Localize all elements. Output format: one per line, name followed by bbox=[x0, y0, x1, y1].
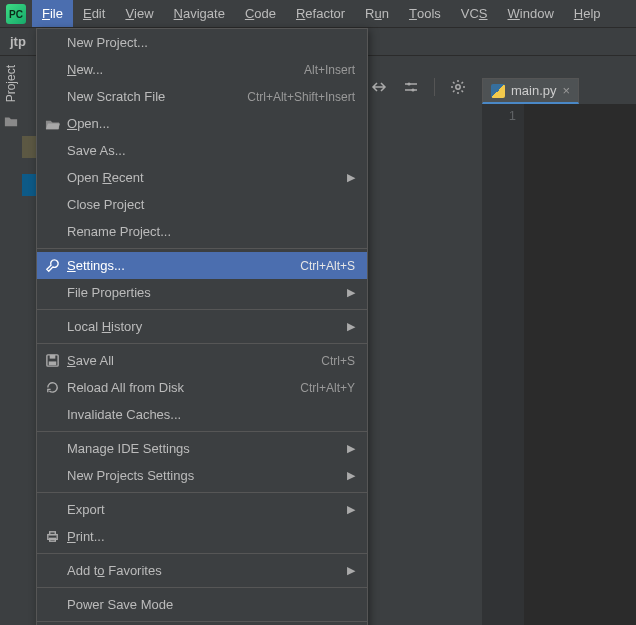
project-toolwindow-tab[interactable]: Project bbox=[2, 57, 20, 110]
editor-gutter: 1 bbox=[482, 104, 524, 625]
menu-item-new-project[interactable]: New Project... bbox=[37, 29, 367, 56]
menu-separator bbox=[37, 553, 367, 554]
menu-item-label: New Projects Settings bbox=[67, 468, 194, 483]
menu-item-label: Rename Project... bbox=[67, 224, 171, 239]
menu-item-save-as[interactable]: Save As... bbox=[37, 137, 367, 164]
settings-sliders-icon[interactable] bbox=[402, 78, 420, 96]
menu-view[interactable]: View bbox=[115, 0, 163, 27]
menu-item-label: Manage IDE Settings bbox=[67, 441, 190, 456]
menu-refactor[interactable]: Refactor bbox=[286, 0, 355, 27]
menu-run[interactable]: Run bbox=[355, 0, 399, 27]
pycharm-logo-icon: PC bbox=[6, 4, 26, 24]
menu-separator bbox=[37, 587, 367, 588]
menu-item-file-properties[interactable]: File Properties▶ bbox=[37, 279, 367, 306]
menu-item-label: Local History bbox=[67, 319, 142, 334]
file-menu-dropdown: New Project...New...Alt+InsertNew Scratc… bbox=[36, 28, 368, 625]
menu-item-label: Save As... bbox=[67, 143, 126, 158]
svg-rect-2 bbox=[48, 361, 56, 365]
chevron-right-icon: ▶ bbox=[347, 503, 355, 516]
chevron-right-icon: ▶ bbox=[347, 171, 355, 184]
close-icon[interactable]: × bbox=[563, 83, 571, 98]
chevron-right-icon: ▶ bbox=[347, 286, 355, 299]
menu-item-label: Power Save Mode bbox=[67, 597, 173, 612]
svg-point-8 bbox=[456, 85, 460, 89]
breadcrumb[interactable]: jtp bbox=[10, 34, 26, 49]
menu-item-label: Settings... bbox=[67, 258, 125, 273]
menu-tools[interactable]: Tools bbox=[399, 0, 451, 27]
menu-file[interactable]: File bbox=[32, 0, 73, 27]
editor-tab-main[interactable]: main.py × bbox=[482, 78, 579, 104]
menu-item-new-projects-settings[interactable]: New Projects Settings▶ bbox=[37, 462, 367, 489]
menu-item-power-save-mode[interactable]: Power Save Mode bbox=[37, 591, 367, 618]
editor-area: 1 bbox=[482, 104, 636, 625]
menu-item-shortcut: Alt+Insert bbox=[304, 63, 355, 77]
menu-separator bbox=[37, 431, 367, 432]
separator bbox=[434, 78, 435, 96]
menu-item-new[interactable]: New...Alt+Insert bbox=[37, 56, 367, 83]
menu-item-label: Add to Favorites bbox=[67, 563, 162, 578]
resize-icon[interactable] bbox=[370, 78, 388, 96]
menu-item-label: Reload All from Disk bbox=[67, 380, 184, 395]
menu-code[interactable]: Code bbox=[235, 0, 286, 27]
menu-separator bbox=[37, 248, 367, 249]
chevron-right-icon: ▶ bbox=[347, 469, 355, 482]
folder-icon bbox=[4, 114, 18, 128]
menu-item-shortcut: Ctrl+S bbox=[321, 354, 355, 368]
left-toolwindow-strip: Project bbox=[0, 57, 22, 167]
menu-item-open[interactable]: Open... bbox=[37, 110, 367, 137]
menu-item-new-scratch-file[interactable]: New Scratch FileCtrl+Alt+Shift+Insert bbox=[37, 83, 367, 110]
menu-item-export[interactable]: Export▶ bbox=[37, 496, 367, 523]
menu-item-reload-all-from-disk[interactable]: Reload All from DiskCtrl+Alt+Y bbox=[37, 374, 367, 401]
menu-item-label: New Scratch File bbox=[67, 89, 165, 104]
print-icon bbox=[44, 529, 60, 545]
menu-item-label: New... bbox=[67, 62, 103, 77]
menu-item-label: Invalidate Caches... bbox=[67, 407, 181, 422]
menu-item-manage-ide-settings[interactable]: Manage IDE Settings▶ bbox=[37, 435, 367, 462]
menu-item-invalidate-caches[interactable]: Invalidate Caches... bbox=[37, 401, 367, 428]
chevron-right-icon: ▶ bbox=[347, 564, 355, 577]
menu-item-label: File Properties bbox=[67, 285, 151, 300]
save-icon bbox=[44, 353, 60, 369]
menu-vcs[interactable]: VCS bbox=[451, 0, 498, 27]
menu-separator bbox=[37, 492, 367, 493]
menu-item-local-history[interactable]: Local History▶ bbox=[37, 313, 367, 340]
folder-open-icon bbox=[44, 116, 60, 132]
menu-item-add-to-favorites[interactable]: Add to Favorites▶ bbox=[37, 557, 367, 584]
project-tree-peek bbox=[22, 120, 36, 196]
menu-separator bbox=[37, 343, 367, 344]
menu-item-label: Open... bbox=[67, 116, 110, 131]
menu-window[interactable]: Window bbox=[498, 0, 564, 27]
menu-item-close-project[interactable]: Close Project bbox=[37, 191, 367, 218]
menu-separator bbox=[37, 621, 367, 622]
reload-icon bbox=[44, 380, 60, 396]
python-file-icon bbox=[491, 84, 505, 98]
menu-item-save-all[interactable]: Save AllCtrl+S bbox=[37, 347, 367, 374]
svg-rect-4 bbox=[49, 532, 55, 535]
menu-item-print[interactable]: Print... bbox=[37, 523, 367, 550]
chevron-right-icon: ▶ bbox=[347, 320, 355, 333]
menu-navigate[interactable]: Navigate bbox=[164, 0, 235, 27]
wrench-icon bbox=[44, 258, 60, 274]
menu-item-shortcut: Ctrl+Alt+S bbox=[300, 259, 355, 273]
menu-item-label: Print... bbox=[67, 529, 105, 544]
svg-point-7 bbox=[411, 88, 414, 91]
editor-toolbar bbox=[370, 78, 499, 96]
menu-item-label: Close Project bbox=[67, 197, 144, 212]
editor-code-area[interactable] bbox=[524, 104, 636, 625]
svg-point-6 bbox=[407, 82, 410, 85]
menu-item-settings[interactable]: Settings...Ctrl+Alt+S bbox=[37, 252, 367, 279]
menu-item-open-recent[interactable]: Open Recent▶ bbox=[37, 164, 367, 191]
chevron-right-icon: ▶ bbox=[347, 442, 355, 455]
menu-item-rename-project[interactable]: Rename Project... bbox=[37, 218, 367, 245]
svg-rect-1 bbox=[49, 355, 55, 359]
menu-help[interactable]: Help bbox=[564, 0, 611, 27]
menu-item-label: Save All bbox=[67, 353, 114, 368]
menu-item-shortcut: Ctrl+Alt+Y bbox=[300, 381, 355, 395]
menu-edit[interactable]: Edit bbox=[73, 0, 115, 27]
gear-icon[interactable] bbox=[449, 78, 467, 96]
menu-item-label: New Project... bbox=[67, 35, 148, 50]
menu-item-label: Open Recent bbox=[67, 170, 144, 185]
line-number: 1 bbox=[482, 108, 516, 123]
menubar: PC FileEditViewNavigateCodeRefactorRunTo… bbox=[0, 0, 636, 28]
menu-separator bbox=[37, 309, 367, 310]
